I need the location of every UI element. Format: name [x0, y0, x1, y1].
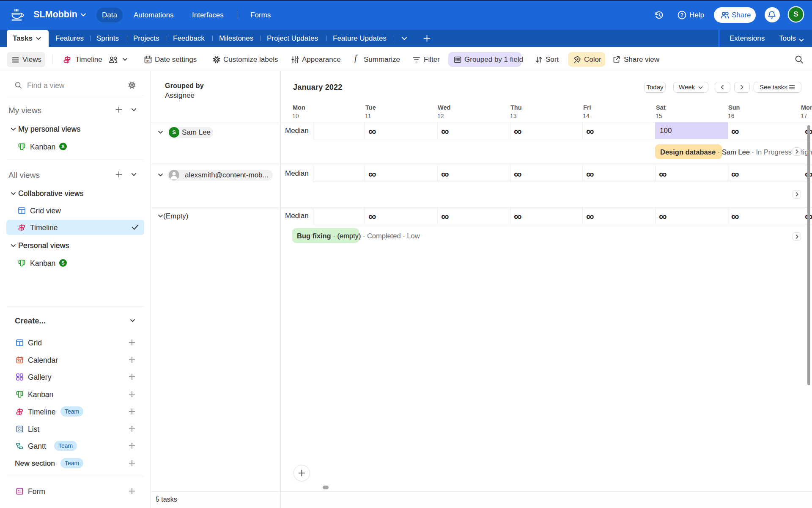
svg-text:?: ?	[680, 12, 683, 18]
svg-text:31: 31	[146, 59, 150, 63]
svg-text:31: 31	[18, 360, 22, 363]
